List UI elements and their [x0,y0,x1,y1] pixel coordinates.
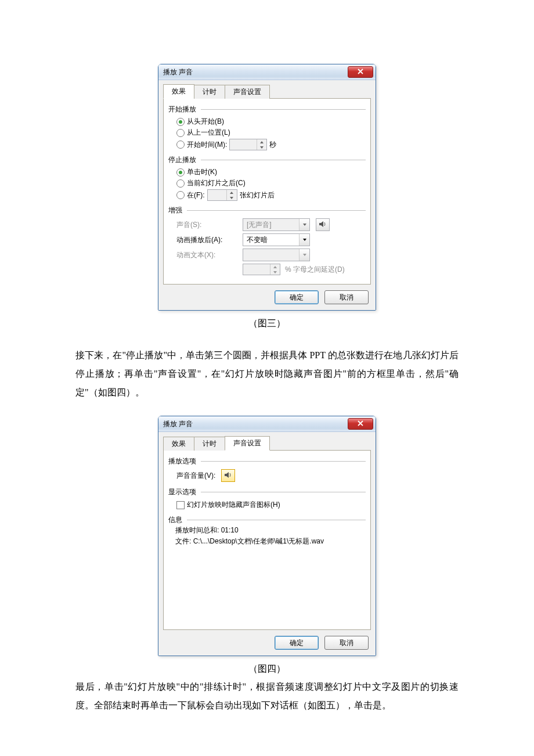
volume-button[interactable] [221,469,235,482]
radio-from-beginning[interactable] [176,118,185,126]
play-options-legend: 播放选项 [168,456,196,466]
after-animation-value: 不变暗 [243,235,299,245]
close-icon [358,420,363,428]
label-after-n-pre: 在(F): [187,190,205,200]
label-from-beginning: 从头开始(B) [187,117,224,127]
tab-effect[interactable]: 效果 [163,84,194,99]
spinner-down-icon[interactable] [270,269,280,275]
play-sound-dialog-1: 播放 声音 效果 计时 声音设置 开始播放 [158,64,376,311]
close-icon [358,68,363,76]
delay-spinner[interactable] [243,264,280,275]
dialog-titlebar[interactable]: 播放 声音 [158,416,376,432]
label-hide-icon: 幻灯片放映时隐藏声音图标(H) [187,500,280,510]
label-from-last-position: 从上一位置(L) [187,128,230,138]
dropdown-icon [299,234,309,246]
info-legend: 信息 [168,515,182,525]
label-sound-volume: 声音音量(V): [176,471,215,481]
label-on-click: 单击时(K) [187,167,217,177]
tab-timing[interactable]: 计时 [194,437,225,451]
start-playback-legend: 开始播放 [168,105,196,114]
sound-combo[interactable]: [无声音] [243,218,310,231]
info-group: 信息 播放时间总和: 01:10 文件: C:\...\Desktop\文档\任… [168,515,366,547]
radio-from-last-position[interactable] [176,129,185,137]
ok-button[interactable]: 确定 [275,636,319,650]
ok-button[interactable]: 确定 [275,290,319,304]
label-sound: 声音(S): [176,220,240,230]
info-duration: 播放时间总和: 01:10 [175,525,366,536]
stop-playback-group: 停止播放 单击时(K) 当前幻灯片之后(C) 在(F): [168,155,366,203]
paragraph-2: 最后，单击"幻灯片放映"中的"排练计时"，根据音频速度调整幻灯片中文字及图片的切… [75,678,459,715]
hide-icon-checkbox[interactable] [176,501,185,509]
label-start-time: 开始时间(M): [187,140,227,150]
dropdown-icon [299,249,309,261]
spinner-down-icon[interactable] [227,195,236,200]
figure-3-caption: （图三） [75,318,459,330]
tab-sound-settings[interactable]: 声音设置 [225,436,270,451]
spinner-down-icon[interactable] [257,145,266,150]
spinner-up-icon[interactable] [270,264,280,269]
stop-playback-legend: 停止播放 [168,155,196,165]
after-animation-combo[interactable]: 不变暗 [243,233,310,246]
radio-after-n-slides[interactable] [176,191,185,199]
paragraph-1: 接下来，在"停止播放"中，单击第三个圆圈，并根据具体 PPT 的总张数进行在地几… [75,346,459,402]
cancel-button[interactable]: 取消 [324,636,369,650]
label-after-n-suf: 张幻灯片后 [240,190,275,200]
figure-4-caption: （图四） [75,663,459,675]
speaker-button[interactable] [316,218,330,231]
enhance-group: 增强 声音(S): [无声音] [168,206,366,278]
info-filepath: 文件: C:\...\Desktop\文档\任老师\碱1\无标题.wav [175,536,366,547]
radio-after-current-slide[interactable] [176,179,185,188]
dialog-titlebar[interactable]: 播放 声音 [158,64,376,80]
speaker-icon [319,221,327,229]
animate-text-combo[interactable] [243,249,310,261]
tab-timing[interactable]: 计时 [194,85,225,99]
radio-start-time[interactable] [176,141,185,149]
tab-sound-settings[interactable]: 声音设置 [225,85,270,99]
play-options-group: 播放选项 声音音量(V): [168,456,366,485]
start-playback-group: 开始播放 从头开始(B) 从上一位置(L) 开始时间(M): [168,105,366,153]
display-options-legend: 显示选项 [168,487,196,497]
tab-row: 效果 计时 声音设置 [163,435,371,451]
label-seconds: 秒 [269,140,276,150]
tab-effect[interactable]: 效果 [163,437,194,451]
label-after-current-slide: 当前幻灯片之后(C) [187,178,246,188]
spinner-up-icon[interactable] [257,139,266,145]
display-options-group: 显示选项 幻灯片放映时隐藏声音图标(H) [168,487,366,513]
label-delay-between-letters: % 字母之间延迟(D) [285,265,345,275]
close-button[interactable] [348,418,373,430]
dropdown-icon [299,219,309,231]
speaker-icon [224,471,232,480]
start-time-spinner[interactable] [229,139,267,150]
close-button[interactable] [348,66,373,78]
dialog-title: 播放 声音 [163,67,348,77]
label-animate-text: 动画文本(X): [176,250,240,260]
cancel-button[interactable]: 取消 [324,290,369,304]
play-sound-dialog-2: 播放 声音 效果 计时 声音设置 播放选项 声音音量(V): [158,416,376,656]
sound-combo-value: [无声音] [243,220,299,230]
tab-row: 效果 计时 声音设置 [163,84,371,99]
label-after-animation: 动画播放后(A): [176,235,240,245]
radio-on-click[interactable] [176,168,185,177]
dialog-title: 播放 声音 [163,419,348,429]
spinner-up-icon[interactable] [227,190,236,195]
enhance-legend: 增强 [168,206,182,215]
after-n-slides-spinner[interactable] [207,189,237,201]
